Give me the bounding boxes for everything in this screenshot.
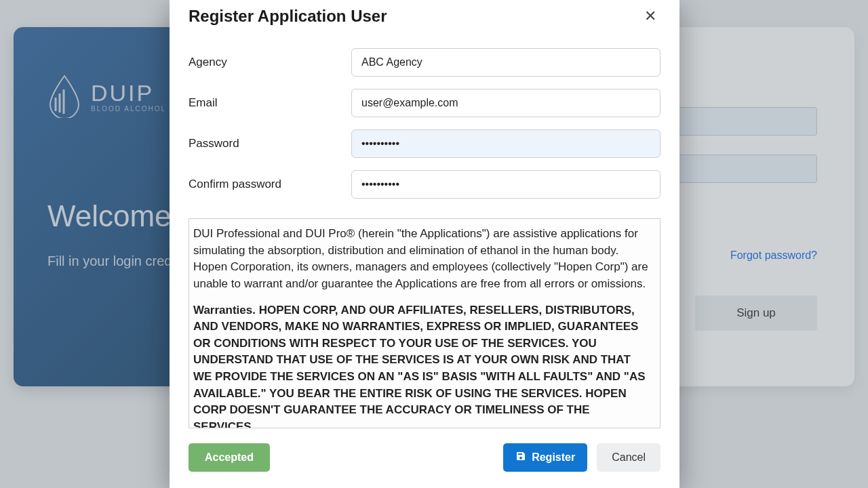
confirm-password-label: Confirm password <box>189 178 351 191</box>
terms-warranties-label: Warranties. <box>193 304 256 317</box>
cancel-button[interactable]: Cancel <box>597 443 660 472</box>
accepted-button[interactable]: Accepted <box>189 443 270 472</box>
terms-textbox[interactable]: DUI Professional and DUI Pro® (herein "t… <box>189 218 660 428</box>
email-label: Email <box>189 96 351 110</box>
confirm-password-input[interactable] <box>351 170 660 199</box>
register-button[interactable]: Register <box>503 443 587 472</box>
register-user-modal: Register Application User ✕ Agency Email… <box>170 0 679 488</box>
email-input[interactable] <box>351 89 660 117</box>
password-input[interactable] <box>351 129 660 158</box>
save-icon <box>515 451 526 464</box>
agency-input[interactable] <box>351 48 660 77</box>
terms-intro: DUI Professional and DUI Pro® (herein "t… <box>193 226 649 293</box>
agency-label: Agency <box>189 56 351 69</box>
terms-warranties-body: HOPEN CORP, AND OUR AFFILIATES, RESELLER… <box>193 304 646 400</box>
close-icon[interactable]: ✕ <box>640 6 660 26</box>
modal-title: Register Application User <box>189 7 387 26</box>
terms-warranties: Warranties. HOPEN CORP, AND OUR AFFILIAT… <box>193 302 649 428</box>
password-label: Password <box>189 137 351 150</box>
register-button-label: Register <box>532 451 575 464</box>
